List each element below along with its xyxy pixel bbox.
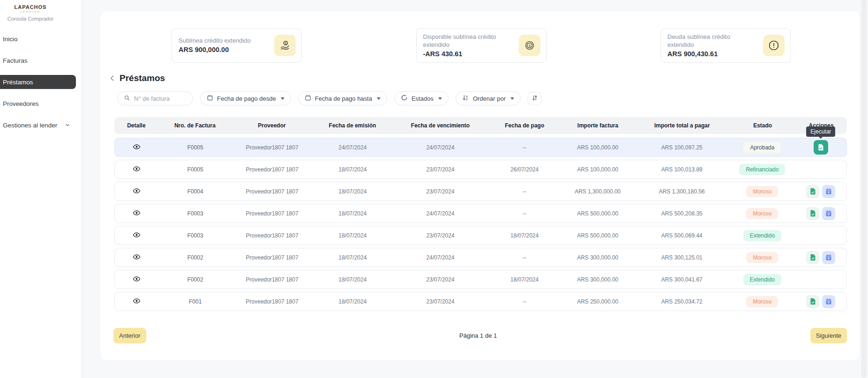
cell-issue-date: 18/07/2024 [312,188,393,195]
status-badge: Extendido [743,274,781,285]
next-page-button[interactable]: Siguiente [810,328,847,343]
page-title: Préstamos [120,73,165,83]
date-from-filter-button[interactable]: Fecha de pago desde [200,91,291,105]
view-detail-button[interactable] [133,143,141,152]
logo-subtitle: LENDING [0,10,61,13]
cell-issue-date: 18/07/2024 [312,254,393,261]
status-badge: Moroso [746,252,778,263]
column-header: Importe factura [561,122,634,129]
cell-invoice-number: F001 [159,298,232,305]
lapachos-flower-icon [24,0,37,2]
sidebar-item-gestiones-al-lender[interactable]: Gestiones al lender [0,118,76,132]
table-row[interactable]: F0004 Proveedor1807 1807 18/07/2024 23/0… [114,182,847,201]
cell-due-date: 23/07/2024 [393,166,488,173]
chevron-down-icon [438,97,442,100]
sidebar-item-label: Facturas [3,57,28,64]
status-badge: Extendido [743,230,781,241]
column-header: Detalle [114,122,158,129]
cell-issue-date: 18/07/2024 [312,210,393,217]
date-to-filter-button[interactable]: Fecha de pago hasta [298,91,387,105]
table-row[interactable]: F001 Proveedor1807 1807 18/07/2024 23/07… [114,292,847,311]
sidebar-item-facturas[interactable]: Facturas [0,53,76,67]
invoice-search-field[interactable] [117,91,193,105]
cell-provider: Proveedor1807 1807 [232,254,313,261]
search-input[interactable] [134,95,187,102]
cell-invoice-amount: ARS 100,000.00 [561,144,634,151]
previous-page-button[interactable]: Anterior [113,328,146,343]
table-row[interactable]: F0005 Proveedor1807 1807 24/07/2024 24/0… [114,138,847,157]
execute-loan-button[interactable] [806,251,819,264]
view-detail-button[interactable] [133,187,141,196]
view-detail-button[interactable] [133,209,141,218]
loans-table: DetalleNro. de FacturaProveedorFecha de … [114,117,847,314]
chevron-left-icon[interactable] [109,74,116,82]
column-header: Estado [730,122,796,129]
coins-icon: $ [519,35,540,56]
cell-payment-date: -- [488,210,561,217]
cell-detail [115,143,159,152]
execute-loan-button[interactable] [814,140,828,155]
sidebar-item-proveedores[interactable]: Proveedores [0,96,76,111]
cell-actions [795,295,846,308]
view-detail-button[interactable] [133,253,141,262]
sort-by-button[interactable]: A Z Ordenar por [456,91,521,105]
reschedule-button[interactable] [822,185,835,198]
view-detail-button[interactable] [133,231,141,240]
cell-total-amount: ARS 300,041.67 [634,276,729,283]
cell-status: Extendido [729,274,795,285]
sort-az-icon: A Z [462,94,469,103]
toggle-sort-direction-button[interactable] [528,92,541,105]
date-to-label: Fecha de pago hasta [315,95,372,102]
main-content-card: Sublínea crédito extendido ARS 900,000.0… [101,11,860,360]
table-row[interactable]: F0003 Proveedor1807 1807 18/07/2024 24/0… [114,204,847,223]
summary-cards-row: Sublínea crédito extendido ARS 900,000.0… [172,28,791,63]
cell-detail [115,297,159,306]
cell-invoice-number: F0002 [159,254,232,261]
view-detail-button[interactable] [133,165,141,174]
swap-arrows-icon [531,95,538,103]
cell-payment-date: 18/07/2024 [488,232,561,239]
reschedule-button[interactable] [822,207,835,220]
cell-total-amount: ARS 300,125.01 [634,254,729,261]
summary-card-title: Disponible sublínea crédito extendido [423,33,512,49]
cell-payment-date: -- [488,144,561,151]
table-row[interactable]: F0002 Proveedor1807 1807 18/07/2024 24/0… [114,248,847,267]
status-badge: Moroso [746,296,778,307]
cell-due-date: 23/07/2024 [393,232,488,239]
table-row[interactable]: F0002 Proveedor1807 1807 18/07/2024 23/0… [114,270,847,289]
cell-invoice-amount: ARS 500,000.00 [561,232,634,239]
reschedule-button[interactable] [822,295,835,308]
sidebar-item-prestamos[interactable]: Préstamos [0,75,76,89]
cell-due-date: 23/07/2024 [393,276,488,283]
cell-invoice-amount: ARS 100,000.00 [561,166,634,173]
cell-invoice-amount: ARS 300,000.00 [561,254,634,261]
cell-detail [115,275,159,284]
view-detail-button[interactable] [133,297,141,306]
execute-loan-button[interactable] [806,207,819,220]
sidebar-item-inicio[interactable]: Inicio [0,32,76,46]
column-header: Fecha de emisión [312,122,393,129]
column-header: Proveedor [232,122,312,129]
view-detail-button[interactable] [133,275,141,284]
cell-provider: Proveedor1807 1807 [232,144,313,151]
cell-status: Refinanciado [729,164,795,175]
reschedule-button[interactable] [822,251,835,264]
execute-loan-button[interactable] [806,185,819,198]
cell-issue-date: 18/07/2024 [312,166,393,173]
cell-due-date: 24/07/2024 [393,210,488,217]
cell-actions [795,185,846,198]
svg-text:$: $ [285,41,287,44]
page-title-row: Préstamos [109,73,165,83]
table-row[interactable]: F0003 Proveedor1807 1807 18/07/2024 23/0… [114,226,847,245]
cell-payment-date: 18/07/2024 [488,276,561,283]
states-filter-button[interactable]: Estados [394,91,449,105]
console-label: Consola Comprador [0,16,61,22]
states-label: Estados [412,95,434,102]
cell-issue-date: 24/07/2024 [312,144,393,151]
execute-loan-button[interactable] [806,295,819,308]
cell-actions [795,207,846,220]
page-scrollbar[interactable] [861,0,867,378]
status-badge: Moroso [746,186,778,197]
cell-provider: Proveedor1807 1807 [232,188,313,195]
table-row[interactable]: F0005 Proveedor1807 1807 18/07/2024 23/0… [114,160,847,179]
